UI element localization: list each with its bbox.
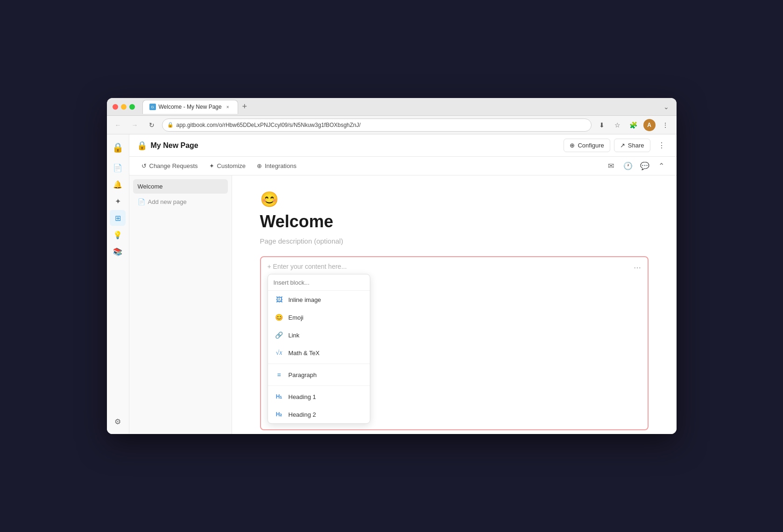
app-logo: 🔒 [109,139,126,156]
share-label: Share [628,142,644,149]
sidebar-icons: 🔒 📄 🔔 ✦ ⊞ 💡 📚 ⚙ [107,134,129,434]
add-new-page-button[interactable]: 📄 Add new page [133,196,228,208]
sidebar-icon-sparkle[interactable]: ✦ [110,193,126,209]
comment-icon-btn[interactable]: 💬 [637,159,652,174]
emoji-label: Emoji [289,314,304,321]
refresh-button[interactable]: ↻ [145,119,158,132]
header-more-button[interactable]: ⋮ [654,138,669,153]
back-button[interactable]: ← [112,119,125,132]
window-controls: ⌄ [663,103,671,111]
user-avatar: A [643,119,656,131]
dropdown-item-heading-2[interactable]: H₂ Heading 2 [268,406,370,423]
sidebar-icon-pages[interactable]: 📄 [110,160,126,175]
minimize-traffic-light[interactable] [121,104,127,110]
dropdown-item-heading-1[interactable]: H₁ Heading 1 [268,388,370,406]
sub-nav: ↺ Change Requests ✦ Customize ⊕ Integrat… [129,157,677,175]
logo-emoji: 🔒 [112,142,124,153]
integrations-label: Integrations [265,162,296,169]
math-tex-icon: √x [275,348,284,357]
sidebar-content: Welcome 📄 Add new page [129,175,232,434]
block-search-input[interactable] [274,279,364,286]
tab-bar: G Welcome - My New Page × + [142,100,660,114]
close-traffic-light[interactable] [113,104,118,110]
customize-label: Customize [217,162,246,169]
content-placeholder[interactable]: + Enter your content here... [268,263,641,270]
sub-nav-actions: ✉ 🕐 💬 ⌃ [604,159,669,174]
profile-icon[interactable]: A [643,119,656,132]
github-icon: ⊕ [570,142,575,149]
browser-tab-active[interactable]: G Welcome - My New Page × [142,100,238,114]
change-requests-icon: ↺ [141,162,147,169]
browser-titlebar: G Welcome - My New Page × + ⌄ [107,98,677,116]
header-actions: ⊕ Configure ↗ Share ⋮ [564,138,669,153]
app-container: 🔒 📄 🔔 ✦ ⊞ 💡 📚 ⚙ 🔒 My New Page [107,134,677,434]
address-text: app.gitbook.com/o/rHbw65DDeLxPNJCcyl09/s… [176,122,361,128]
dropdown-divider-1 [268,364,370,364]
link-label: Link [289,332,300,339]
subnav-integrations[interactable]: ⊕ Integrations [252,160,301,172]
collapse-icon-btn[interactable]: ⌃ [654,159,669,174]
heading-1-label: Heading 1 [289,393,316,400]
sidebar-icon-grid[interactable]: ⊞ [110,210,126,226]
add-page-label: Add new page [148,198,187,205]
menu-icon[interactable]: ⋮ [659,119,672,132]
sidebar-page-welcome[interactable]: Welcome [133,179,228,194]
heading-1-icon: H₁ [275,392,284,401]
dropdown-item-emoji[interactable]: 😊 Emoji [268,308,370,326]
content-input-area[interactable]: + Enter your content here... 🖼 Inline im… [260,256,649,430]
toolbar-actions: ⬇ ☆ 🧩 A ⋮ [595,119,672,132]
browser-toolbar: ← → ↻ 🔒 app.gitbook.com/o/rHbw65DDeLxPNJ… [107,116,677,134]
download-icon[interactable]: ⬇ [595,119,608,132]
app-page-title: My New Page [151,141,198,150]
dropdown-menu: 🖼 Inline image 😊 Emoji 🔗 Li [268,274,370,424]
editor-area[interactable]: 😊 Welcome Page description (optional) + … [232,175,677,434]
tab-favicon: G [149,104,156,110]
lock-icon: 🔒 [167,122,174,128]
address-bar[interactable]: 🔒 app.gitbook.com/o/rHbw65DDeLxPNJCcyl09… [162,119,592,132]
subnav-change-requests[interactable]: ↺ Change Requests [137,160,203,172]
sidebar-icon-notifications[interactable]: 🔔 [110,176,126,192]
subnav-customize[interactable]: ✦ Customize [205,160,250,172]
sidebar-icon-book[interactable]: 📚 [110,244,126,259]
page-description[interactable]: Page description (optional) [260,237,649,245]
emoji-icon: 😊 [275,313,284,322]
add-page-icon: 📄 [138,198,145,205]
share-button[interactable]: ↗ Share [614,139,650,152]
app-title-area: 🔒 My New Page [137,140,559,151]
more-icon: ⋯ [634,263,641,272]
integrations-icon: ⊕ [257,162,262,169]
bookmark-icon[interactable]: ☆ [611,119,624,132]
dropdown-search[interactable] [268,274,370,291]
extensions-icon[interactable]: 🧩 [627,119,640,132]
new-tab-button[interactable]: + [238,100,251,113]
sidebar-icon-settings[interactable]: ⚙ [110,413,126,429]
header-logo-emoji: 🔒 [137,140,147,151]
dropdown-divider-2 [268,385,370,386]
link-icon: 🔗 [275,330,284,340]
tab-title: Welcome - My New Page [159,104,222,110]
paragraph-icon: ≡ [275,370,284,379]
configure-button[interactable]: ⊕ Configure [564,139,610,152]
inline-image-icon: 🖼 [275,295,284,304]
more-options-button[interactable]: ⋯ [631,261,644,274]
dropdown-item-link[interactable]: 🔗 Link [268,326,370,344]
dropdown-item-math-tex[interactable]: √x Math & TeX [268,344,370,362]
email-icon-btn[interactable]: ✉ [604,159,619,174]
sidebar-icon-lightbulb[interactable]: 💡 [110,227,126,243]
page-title[interactable]: Welcome [260,212,649,231]
app-header: 🔒 My New Page ⊕ Configure ↗ Share ⋮ [129,134,677,157]
history-icon-btn[interactable]: 🕐 [621,159,635,174]
tab-close-button[interactable]: × [225,104,231,110]
heading-2-icon: H₂ [275,410,284,419]
paragraph-label: Paragraph [289,371,317,378]
inline-image-label: Inline image [289,296,321,303]
placeholder-text: + Enter your content here... [268,263,347,270]
fullscreen-traffic-light[interactable] [129,104,135,110]
share-icon: ↗ [620,142,625,149]
configure-label: Configure [578,142,604,149]
forward-button[interactable]: → [128,119,141,132]
dropdown-item-inline-image[interactable]: 🖼 Inline image [268,291,370,308]
dropdown-item-paragraph[interactable]: ≡ Paragraph [268,366,370,384]
sidebar-icon-top: 🔒 📄 🔔 ✦ ⊞ 💡 📚 [109,139,126,412]
page-emoji[interactable]: 😊 [260,190,649,208]
